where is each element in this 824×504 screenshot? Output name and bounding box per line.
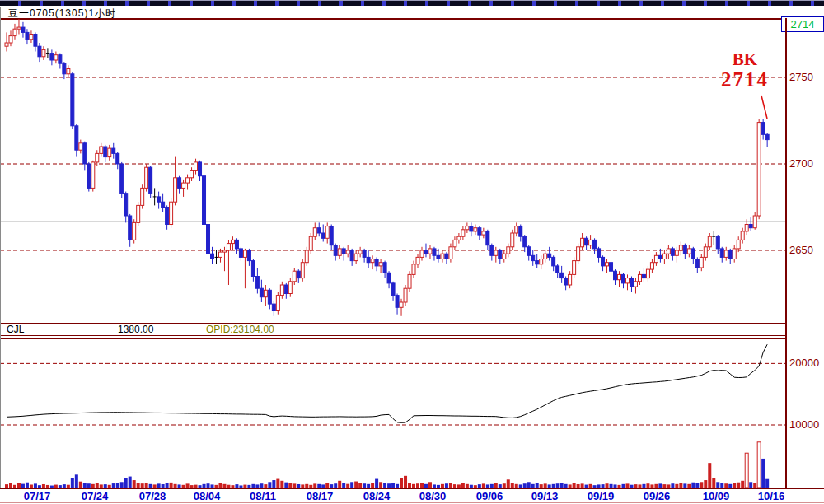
lower-pane-bottom-border: [0, 488, 824, 489]
price-axis-label: 2650: [789, 244, 813, 256]
date-tick-label: 10/16: [758, 490, 785, 502]
date-tick-label: 07/28: [139, 490, 166, 502]
date-tick-label: 08/04: [194, 490, 221, 502]
title-bar: 豆一0705(1305)1小时: [0, 6, 824, 18]
date-tick-label: 09/26: [644, 490, 671, 502]
date-tick-label: 09/06: [476, 490, 503, 502]
bk-annotation-price: 2714: [715, 69, 775, 91]
date-tick-label: 08/17: [307, 490, 334, 502]
price-axis-label: 2750: [789, 71, 813, 83]
current-price-badge: 2714: [781, 16, 824, 32]
date-tick-label: 08/24: [363, 490, 391, 502]
date-tick-label: 07/17: [24, 490, 51, 502]
bottom-edge: [0, 502, 824, 503]
candlestick-chart[interactable]: [0, 19, 785, 323]
bk-annotation-label: BK: [715, 49, 775, 69]
date-tick-label: 09/13: [531, 490, 559, 502]
price-axis-line: [785, 18, 787, 488]
price-axis-label: 2700: [789, 157, 813, 170]
indicator-opid-value: OPID:23104.00: [206, 324, 274, 335]
chart-window: 豆一0705(1305)1小时 BK 2714 2714 CJL 1380.00…: [0, 0, 824, 504]
date-axis[interactable]: 07/1707/2407/2808/0408/1108/1708/2408/30…: [0, 490, 824, 503]
date-tick-label: 09/19: [588, 490, 615, 502]
left-border: [0, 7, 1, 488]
pane-separator-bottom: [0, 335, 785, 336]
date-tick-label: 10/09: [703, 490, 730, 502]
price-axis-label: 10000: [789, 418, 819, 431]
bk-annotation: BK 2714: [715, 49, 775, 91]
date-tick-label: 08/11: [250, 490, 276, 502]
window-top-strip: [0, 0, 824, 6]
indicator-header: CJL 1380.00 OPID:23104.00: [0, 324, 785, 335]
volume-openinterest-chart[interactable]: [0, 339, 785, 488]
indicator-name: CJL: [7, 324, 24, 335]
date-tick-label: 08/30: [419, 490, 447, 502]
indicator-value: 1380.00: [118, 324, 153, 335]
price-axis-label: 20000: [789, 357, 819, 369]
date-tick-label: 07/24: [82, 490, 109, 502]
